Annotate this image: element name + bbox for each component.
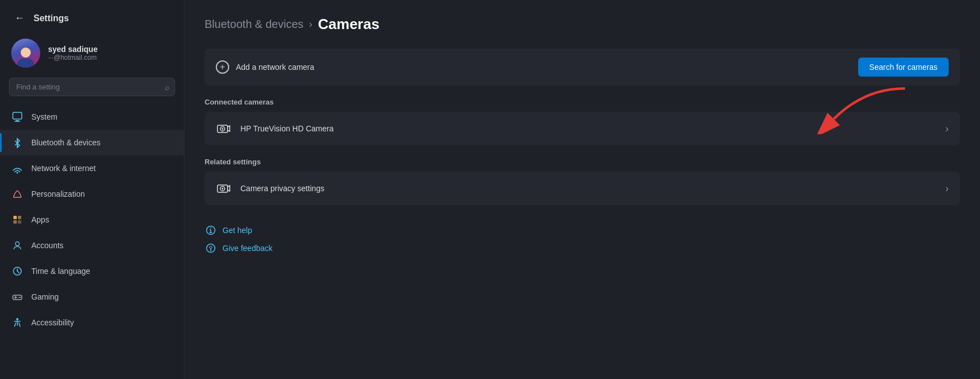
camera-chevron-icon: › [945,123,949,135]
avatar-image [11,39,40,68]
camera-row-hp[interactable]: HP TrueVision HD Camera › [205,112,960,145]
svg-rect-0 [13,112,22,119]
avatar-person [17,48,34,68]
get-help-label: Get help [222,226,252,235]
give-feedback-icon [205,242,217,254]
system-icon [11,111,23,123]
sidebar-item-gaming-label: Gaming [31,292,59,301]
user-email: ···@hotmail.com [48,54,98,61]
svg-rect-6 [18,216,21,219]
search-cameras-button[interactable]: Search for cameras [858,58,949,77]
breadcrumb-parent[interactable]: Bluetooth & devices [205,18,304,31]
sidebar-item-network[interactable]: Network & internet [0,155,184,181]
camera-name: HP TrueVision HD Camera [240,124,334,133]
svg-point-3 [17,172,18,174]
svg-rect-7 [13,220,17,224]
sidebar: ← Settings syed sadique ···@hotmail.com … [0,0,184,379]
svg-rect-5 [13,216,17,219]
sidebar-item-gaming[interactable]: Gaming [0,284,184,310]
svg-point-22 [222,128,224,130]
back-button[interactable]: ← [11,10,28,26]
user-name: syed sadique [48,45,98,54]
gaming-icon [11,291,23,303]
svg-point-16 [18,297,20,298]
give-feedback-link[interactable]: Give feedback [205,242,960,254]
give-feedback-label: Give feedback [222,244,273,253]
breadcrumb-current: Cameras [318,16,380,33]
bluetooth-icon [11,136,23,149]
breadcrumb: Bluetooth & devices › Cameras [205,16,960,33]
add-circle-icon: + [216,60,229,74]
sidebar-header: ← Settings [0,0,184,32]
breadcrumb-separator: › [309,18,313,30]
sidebar-item-accounts[interactable]: Accounts [0,233,184,258]
svg-point-27 [210,228,211,229]
sidebar-item-apps[interactable]: Apps [0,207,184,233]
search-input[interactable] [9,78,175,96]
apps-icon [11,214,23,226]
add-camera-row: + Add a network camera Search for camera… [205,49,960,86]
sidebar-item-network-label: Network & internet [31,164,96,173]
svg-point-25 [222,188,224,190]
svg-line-12 [17,271,19,273]
camera-row-left: HP TrueVision HD Camera [216,121,334,136]
svg-point-17 [20,297,21,298]
privacy-camera-icon [216,181,231,196]
sidebar-item-apps-label: Apps [31,215,49,224]
nav-list: System Bluetooth & devices Network & [0,102,184,379]
privacy-settings-label: Camera privacy settings [240,184,324,193]
svg-rect-8 [18,220,21,224]
user-section: syed sadique ···@hotmail.com [0,32,184,75]
privacy-chevron-icon: › [945,183,949,195]
privacy-row-left: Camera privacy settings [216,181,324,196]
search-icon: ⌕ [165,83,169,92]
svg-point-9 [16,242,20,246]
camera-section: HP TrueVision HD Camera › [205,112,960,158]
svg-point-18 [16,318,18,320]
sidebar-item-system[interactable]: System [0,104,184,130]
main-content: Bluetooth & devices › Cameras + Add a ne… [184,0,980,379]
footer-links: Get help Give feedback [205,224,960,254]
avatar-head [21,48,31,58]
sidebar-item-accessibility-label: Accessibility [31,318,74,327]
camera-icon [216,121,231,136]
personalization-icon [11,188,23,200]
time-icon [11,265,23,277]
sidebar-item-bluetooth-label: Bluetooth & devices [31,138,101,147]
related-settings-section: Related settings Camera privacy settings… [205,158,960,205]
sidebar-item-system-label: System [31,112,58,121]
network-icon [11,162,23,174]
add-network-camera-button[interactable]: + Add a network camera [216,60,314,74]
connected-cameras-label: Connected cameras [205,98,960,106]
sidebar-item-time-label: Time & language [31,267,90,276]
sidebar-item-personalization-label: Personalization [31,190,85,198]
accessibility-icon [11,316,23,329]
sidebar-item-accessibility[interactable]: Accessibility [0,310,184,335]
accounts-icon [11,239,23,252]
sidebar-item-time[interactable]: Time & language [0,258,184,284]
avatar [11,39,40,68]
sidebar-title: Settings [34,13,69,23]
avatar-body [17,59,34,68]
user-info: syed sadique ···@hotmail.com [48,45,98,61]
get-help-icon [205,224,217,236]
related-settings-label: Related settings [205,158,960,166]
sidebar-item-accounts-label: Accounts [31,241,64,250]
get-help-link[interactable]: Get help [205,224,960,236]
sidebar-item-personalization[interactable]: Personalization [0,181,184,207]
add-camera-label: Add a network camera [236,63,314,72]
search-box: ⌕ [9,78,175,96]
sidebar-item-bluetooth[interactable]: Bluetooth & devices [0,130,184,155]
privacy-settings-row[interactable]: Camera privacy settings › [205,172,960,205]
